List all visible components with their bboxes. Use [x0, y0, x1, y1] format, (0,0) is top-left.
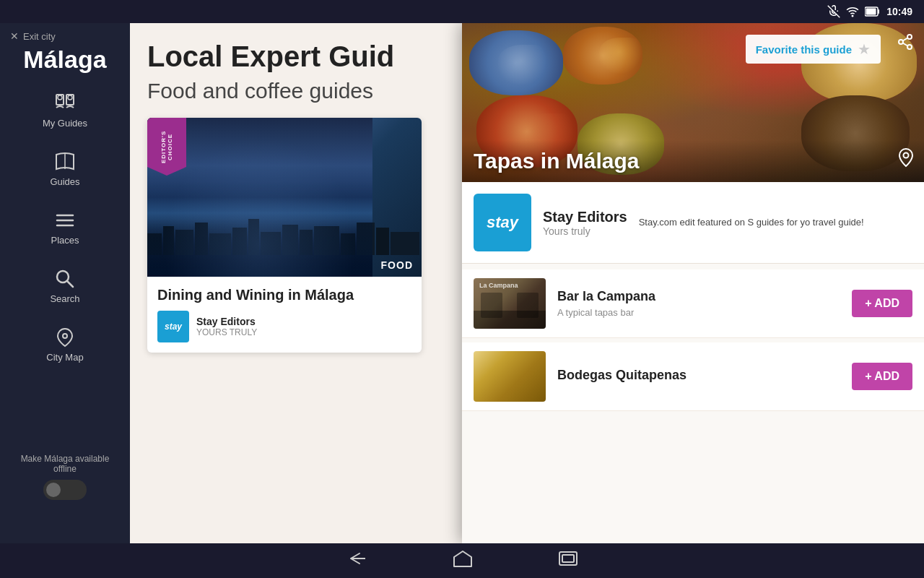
- my-guides-icon: [53, 92, 77, 115]
- add-label-bar-la-campana: + ADD: [865, 297, 899, 310]
- editors-choice-text: EDITOR'S CHOICE: [160, 118, 173, 176]
- add-label-bodegas: + ADD: [865, 370, 899, 383]
- pin-icon: [898, 147, 914, 168]
- places-icon: [53, 209, 77, 232]
- bodegas-img: [474, 351, 546, 402]
- stay-logo-text: stay: [487, 213, 518, 232]
- background-card[interactable]: EDITOR'S CHOICE FOOD Dining and Wining i…: [147, 118, 422, 353]
- svg-point-1: [852, 15, 853, 17]
- place-info-bodegas: Bodegas Quitapenas: [557, 368, 852, 386]
- back-icon: [346, 551, 367, 566]
- recents-icon: [559, 551, 578, 566]
- exit-city-label: Exit city: [23, 31, 56, 42]
- guides-label: Guides: [50, 176, 79, 187]
- back-button[interactable]: [346, 551, 367, 571]
- search-icon: [53, 267, 77, 290]
- svg-rect-29: [391, 232, 419, 255]
- svg-point-35: [904, 153, 909, 158]
- svg-line-34: [903, 38, 908, 41]
- add-button-bar-la-campana[interactable]: + ADD: [852, 290, 912, 317]
- food-label: FOOD: [372, 254, 422, 277]
- exit-city-button[interactable]: ✕ Exit city: [0, 30, 56, 42]
- author-description: Stay.com edit featured on S guides for y…: [639, 215, 912, 230]
- main-content: Local Expert Guid Food and coffee guides: [130, 23, 924, 543]
- sidebar-item-city-map[interactable]: City Map: [0, 322, 130, 367]
- guides-icon: [53, 150, 77, 173]
- star-icon: ★: [858, 40, 871, 58]
- author-section: stay Stay Editors Yours truly Stay.com e…: [462, 182, 924, 264]
- svg-line-33: [903, 43, 908, 46]
- offline-section: Make Málaga available offline: [0, 454, 130, 500]
- place-name-bodegas: Bodegas Quitapenas: [557, 368, 852, 383]
- home-button[interactable]: [453, 550, 472, 571]
- bg-card-author: stay Stay Editors YOURS TRULY: [157, 311, 411, 342]
- wifi-icon: [846, 5, 859, 18]
- city-map-icon: [53, 326, 77, 349]
- svg-rect-3: [866, 9, 876, 15]
- bg-card-image: EDITOR'S CHOICE FOOD: [147, 118, 422, 277]
- author-subtitle: YOURS TRULY: [196, 327, 257, 337]
- add-button-bodegas[interactable]: + ADD: [852, 363, 912, 390]
- favorite-label: Favorite this guide: [756, 43, 852, 56]
- my-guides-label: My Guides: [43, 118, 87, 129]
- author-info: Stay Editors YOURS TRULY: [196, 316, 257, 337]
- sidebar-item-my-guides[interactable]: My Guides: [0, 87, 130, 133]
- author-details: Stay Editors Yours truly: [531, 209, 639, 237]
- favorite-button[interactable]: Favorite this guide ★: [746, 35, 881, 64]
- svg-point-6: [58, 95, 62, 100]
- svg-line-13: [67, 281, 73, 287]
- overlay-panel: Favorite this guide ★ Tapas in Málaga: [462, 23, 924, 543]
- sidebar-item-guides[interactable]: Guides: [0, 146, 130, 191]
- share-icon: [897, 33, 914, 51]
- sidebar-item-search[interactable]: Search: [0, 263, 130, 309]
- bottom-nav: [0, 543, 924, 578]
- status-bar: 10:49: [0, 0, 924, 23]
- editors-choice-badge: EDITOR'S CHOICE: [147, 118, 186, 176]
- search-label: Search: [50, 293, 79, 304]
- place-image-bar-la-campana: La Campana: [474, 278, 546, 329]
- battery-icon: [865, 7, 881, 17]
- svg-point-7: [68, 95, 72, 100]
- status-time: 10:49: [886, 6, 912, 17]
- sidebar: ✕ Exit city Málaga My Guides Guides: [0, 23, 130, 543]
- place-image-bodegas: [474, 351, 546, 402]
- recents-button[interactable]: [559, 551, 578, 570]
- stay-logo-large: stay: [474, 194, 531, 251]
- close-icon: ✕: [10, 30, 19, 42]
- stay-logo-small: stay: [157, 311, 189, 342]
- svg-point-14: [63, 334, 67, 338]
- svg-rect-38: [562, 555, 574, 562]
- bar-campana-img: La Campana: [474, 278, 546, 329]
- places-list: La Campana Bar la Campana A typical tapa…: [462, 264, 924, 543]
- svg-rect-28: [376, 228, 389, 255]
- city-name: Málaga: [17, 46, 112, 73]
- author-name: Stay Editors: [196, 316, 257, 327]
- app-container: ✕ Exit city Málaga My Guides Guides: [0, 23, 924, 543]
- offline-toggle[interactable]: [43, 480, 87, 500]
- svg-point-30: [907, 35, 912, 39]
- share-button[interactable]: [897, 33, 914, 55]
- status-icons: 10:49: [827, 5, 912, 18]
- pin-button[interactable]: [898, 147, 914, 172]
- svg-point-32: [907, 45, 912, 49]
- places-label: Places: [51, 235, 79, 246]
- offline-text: Make Málaga available offline: [9, 454, 121, 474]
- city-map-label: City Map: [46, 352, 83, 363]
- stay-text: stay: [165, 322, 182, 332]
- place-item-bodegas: Bodegas Quitapenas + ADD: [462, 342, 924, 411]
- mute-icon: [827, 5, 840, 18]
- home-icon: [453, 550, 472, 567]
- place-name-bar-la-campana: Bar la Campana: [557, 289, 852, 304]
- hero-overlay: Tapas in Málaga: [462, 140, 924, 182]
- place-item-bar-la-campana: La Campana Bar la Campana A typical tapa…: [462, 269, 924, 338]
- svg-point-31: [899, 40, 903, 44]
- hero-image: Favorite this guide ★ Tapas in Málaga: [462, 23, 924, 182]
- place-info-bar-la-campana: Bar la Campana A typical tapas bar: [557, 289, 852, 318]
- bg-card-title: Dining and Wining in Málaga: [157, 287, 411, 303]
- guide-title: Tapas in Málaga: [474, 149, 640, 173]
- author-name-large: Stay Editors: [543, 209, 627, 225]
- sidebar-item-places[interactable]: Places: [0, 204, 130, 250]
- author-sub-large: Yours truly: [543, 225, 627, 237]
- bg-card-info: Dining and Wining in Málaga stay Stay Ed…: [147, 277, 422, 353]
- place-desc-bar-la-campana: A typical tapas bar: [557, 307, 852, 318]
